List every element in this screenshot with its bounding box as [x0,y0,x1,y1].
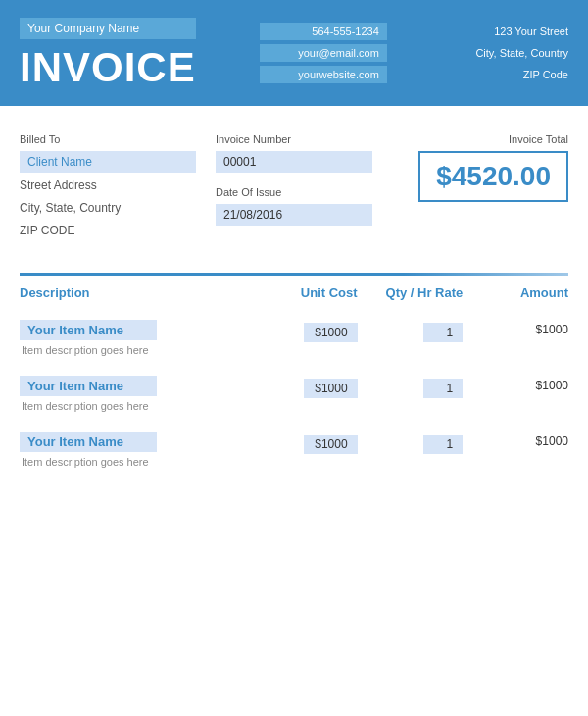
item-qty-1: 1 [358,376,464,398]
header-city-state: City, State, Country [451,44,568,62]
client-city-state: City, State, Country [20,198,196,218]
header-right-address: 123 Your Street City, State, Country ZIP… [451,23,568,83]
item-qty-2: 1 [358,432,464,454]
table-header-row: Description Unit Cost Qty / Hr Rate Amou… [20,276,568,308]
header-center-contact: 564-555-1234 your@email.com yourwebsite.… [260,23,387,83]
item-amount-2: $1000 [463,432,568,448]
client-name: Client Name [20,151,196,173]
client-zip: ZIP CODE [20,221,196,240]
invoice-total-label: Invoice Total [509,133,568,145]
invoice-number: 00001 [216,151,372,173]
col-header-unit-cost: Unit Cost [252,285,358,300]
items-table: Description Unit Cost Qty / Hr Rate Amou… [0,276,588,495]
col-header-qty: Qty / Hr Rate [358,285,464,300]
item-description-0: Item description goes here [20,344,252,356]
billing-section: Billed To Client Name Street Address Cit… [0,106,588,263]
item-name-0: Your Item Name [20,320,157,340]
date-of-issue: 21/08/2016 [216,204,372,226]
item-amount-1: $1000 [463,376,568,392]
item-qty-0: 1 [358,320,464,342]
item-desc-block-0: Your Item Name Item description goes her… [20,320,252,356]
invoice-number-label: Invoice Number [216,133,372,145]
header-email: your@email.com [260,44,387,62]
header-phone: 564-555-1234 [260,23,387,40]
item-description-2: Item description goes here [20,456,252,468]
billed-to-label: Billed To [20,133,196,145]
item-desc-block-1: Your Item Name Item description goes her… [20,376,252,412]
header-zip: ZIP Code [451,66,568,83]
item-name-1: Your Item Name [20,376,157,396]
item-description-1: Item description goes here [20,400,252,412]
company-name: Your Company Name [20,18,196,39]
date-of-issue-label: Date Of Issue [216,186,372,198]
item-name-2: Your Item Name [20,432,157,452]
item-desc-block-2: Your Item Name Item description goes her… [20,432,252,468]
street-address: Street Address [20,176,196,195]
invoice-total-amount: $4520.00 [418,151,568,202]
col-header-amount: Amount [463,285,568,300]
invoice-header: Your Company Name INVOICE 564-555-1234 y… [0,0,588,106]
header-address: 123 Your Street [451,23,568,40]
invoice-meta-block: Invoice Number 00001 Date Of Issue 21/08… [216,133,372,226]
table-row: Your Item Name Item description goes her… [20,420,568,476]
item-unit-cost-0: $1000 [252,320,358,342]
invoice-title: INVOICE [20,47,196,88]
item-unit-cost-1: $1000 [252,376,358,398]
table-row: Your Item Name Item description goes her… [20,364,568,420]
table-row: Your Item Name Item description goes her… [20,308,568,364]
item-unit-cost-2: $1000 [252,432,358,454]
billed-to-block: Billed To Client Name Street Address Cit… [20,133,196,243]
item-amount-0: $1000 [463,320,568,336]
header-left: Your Company Name INVOICE [20,18,196,88]
header-website: yourwebsite.com [260,66,387,83]
col-header-description: Description [20,285,252,300]
items-list: Your Item Name Item description goes her… [20,308,568,476]
invoice-total-block: Invoice Total $4520.00 [392,133,568,202]
